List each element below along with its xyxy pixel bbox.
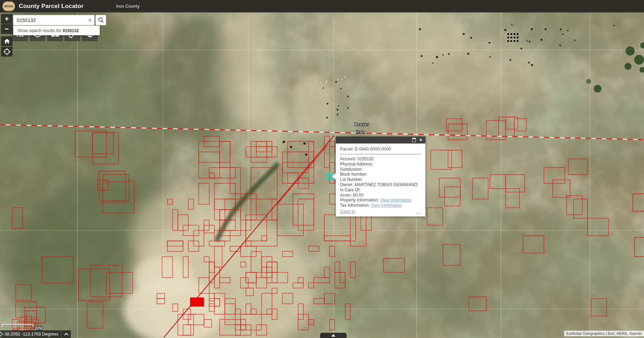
- scale-bar-label: 2mi: [35, 326, 42, 331]
- search-icon: [98, 17, 104, 23]
- triangle-up-icon: [331, 334, 335, 337]
- chevron-up-icon: [64, 333, 68, 336]
- field-property-information: Property Information: View Information: [340, 198, 421, 203]
- crosshair-coordinate-icon: [0, 332, 3, 337]
- field-subdivision: Subdivision:: [340, 167, 421, 172]
- tax-information-link[interactable]: View Information: [371, 203, 402, 208]
- popup-footer: Zoom to ...: [340, 209, 422, 214]
- county-label-beaver: Beaver: [355, 122, 370, 126]
- field-block-number: Block Number:: [340, 172, 421, 177]
- home-icon: [4, 38, 10, 44]
- suggestion-prefix: Show search results for: [17, 28, 61, 33]
- search-box: ✕: [13, 15, 94, 25]
- search-suggestion[interactable]: Show search results for 0155132: [13, 25, 100, 35]
- popup-body: Parcel: E-0440-0000-0000 Account: 015513…: [336, 144, 425, 208]
- field-acres: Acres: 60.00: [340, 193, 421, 198]
- zoom-to-link[interactable]: Zoom to: [340, 209, 355, 214]
- logo-text: IRON: [5, 5, 13, 8]
- parcel-info-popup: ✕ Parcel: E-0440-0000-0000 Account: 0155…: [336, 137, 425, 216]
- satellite-terrain: [0, 0, 644, 338]
- coordinate-readout: 38.2092 -113.1793 Degrees: [5, 332, 61, 337]
- search-button[interactable]: [96, 15, 106, 25]
- page-title: County Parcel Locator: [19, 3, 84, 10]
- coordinate-expand-button[interactable]: [61, 330, 71, 338]
- popup-titlebar: ✕: [336, 137, 425, 144]
- search-input[interactable]: [13, 17, 85, 23]
- iron-county-logo: IRON: [2, 1, 15, 12]
- field-lot-number: Lot Number:: [340, 177, 421, 182]
- county-name: Iron County: [116, 3, 139, 9]
- locate-button[interactable]: [1, 47, 13, 57]
- county-label-iron: Iron: [357, 130, 365, 134]
- home-button[interactable]: [1, 36, 13, 46]
- zoom-out-button[interactable]: −: [1, 24, 13, 34]
- app-header: IRON County Parcel Locator Iron County: [0, 0, 644, 12]
- coordinate-widget: 38.2092 -113.1793 Degrees: [0, 330, 71, 338]
- close-icon[interactable]: ✕: [419, 138, 423, 142]
- field-physical-address: Physical Address:: [340, 162, 421, 167]
- county-parcel-locator-app: Beaver Iron IRON County Parcel Locator I…: [0, 0, 644, 338]
- map-canvas[interactable]: Beaver Iron: [0, 0, 644, 338]
- crosshair-icon: [3, 48, 10, 55]
- suggestion-term: 0155132: [62, 28, 79, 33]
- parcel-title: Parcel: E-0440-0000-0000: [340, 147, 421, 152]
- property-information-link[interactable]: View Information: [380, 198, 411, 203]
- field-owner: Owner: MARTINEZ TOBIAS GEMINIANO: [340, 182, 421, 188]
- field-tax-information: Tax Information: View Information: [340, 203, 421, 208]
- maximize-icon[interactable]: [412, 138, 416, 142]
- scale-bar: 2mi: [1, 321, 47, 331]
- field-account: Account: 0155132: [340, 156, 421, 162]
- clear-search-icon[interactable]: ✕: [85, 17, 94, 23]
- map-attribution: Earthstar Geographics | Esri, HERE, Garm…: [564, 331, 644, 336]
- popup-divider: [340, 154, 421, 154]
- field-in-care-of: In Care Of:: [340, 188, 421, 193]
- attribute-table-toggle[interactable]: [320, 333, 347, 338]
- zoom-in-button[interactable]: +: [1, 14, 13, 24]
- more-options-icon[interactable]: ...: [416, 211, 422, 214]
